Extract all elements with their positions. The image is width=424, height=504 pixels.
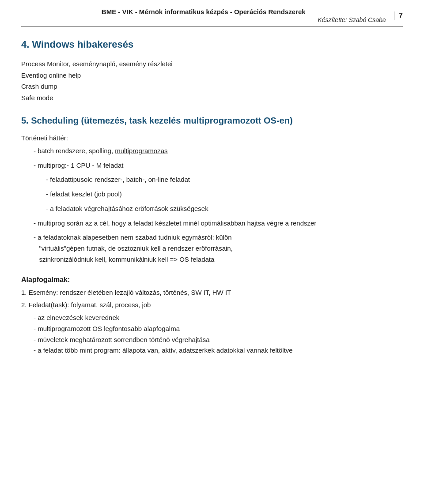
header-subtitle: Készítette: Szabó Csaba [21,16,386,23]
torteneti-item-0: - batch rendszere, spolling, multiprogra… [21,146,403,157]
alapfogalmak-item-2: 2. Feladat(task): folyamat, szál, proces… [21,300,403,311]
torteneti-item-2: - feladattipusok: rendszer-, batch-, on-… [21,174,403,185]
section4-list: Process Monitor, eseménynapló, esemény r… [21,58,403,103]
torteneti-text-2: - feladattipusok: rendszer-, batch-, on-… [46,174,403,185]
subitem1-text: - multiprogramozott OS legfontosabb alap… [34,323,403,335]
list-item-1: Process Monitor, eseménynapló, esemény r… [21,58,403,70]
item1-number: 1. [21,289,27,296]
subitem0-text: - az elnevezések keverednek [34,312,403,323]
page: BME - VIK - Mérnök informatikus kézpés -… [0,0,424,504]
item2-text: Feladat(task): folyamat, szál, process, … [29,301,151,308]
torteneti-text-4: - a feladatok végrehajtásához eröforráso… [46,203,403,214]
section4: 4. Windows hibakeresés Process Monitor, … [21,39,403,103]
section4-title: 4. Windows hibakeresés [21,39,403,50]
torteneti-text-5: - multiprog során az a cél, hogy a felad… [34,218,403,229]
header-title: BME - VIK - Mérnök informatikus kézpés -… [102,8,306,15]
subitem2-text: - müveletek meghatározott sorrendben tör… [34,335,403,346]
list-item-3: Crash dump [21,81,403,92]
section5-title: 5. Scheduling (ütemezés, task kezelés mu… [21,116,403,126]
item1-text: Esemény: rendszer életében lezajló válto… [29,289,231,296]
alapfogalmak-section: Alapfogalmak: 1. Esemény: rendszer életé… [21,276,403,357]
section5: 5. Scheduling (ütemezés, task kezelés mu… [21,116,403,265]
list-item-4: Safe mode [21,92,403,104]
torteneti-item-1: - multiprog:- 1 CPU - M feladat [21,160,403,171]
item2-number: 2. [21,301,27,308]
torteneti-text-1: - multiprog:- 1 CPU - M feladat [34,160,403,171]
torteneti-hatter-block: Történeti háttér: - batch rendszere, spo… [21,133,403,265]
alapfogalmak-item-1: 1. Esemény: rendszer életében lezajló vá… [21,287,403,298]
page-number: 7 [394,11,403,20]
torteneti-item-6: - a feladatoknak alapesetben nem szabad … [21,232,403,265]
list-item-2: Eventlog online help [21,70,403,81]
torteneti-label: Történeti háttér: [21,133,403,144]
alapfogalmak-title: Alapfogalmak: [21,276,403,284]
torteneti-text-6: - a feladatoknak alapesetben nem szabad … [34,232,403,265]
item2-subitem-3: - a feladat több mint program: állapota … [21,345,403,356]
subitem3-text: - a feladat több mint program: állapota … [34,345,403,356]
torteneti-text-0: - batch rendszere, spolling, multiprogra… [34,147,167,154]
item2-subitem-1: - multiprogramozott OS legfontosabb alap… [21,323,403,335]
torteneti-text-3: - feladat keszlet (job pool) [46,189,403,200]
item2-subitem-2: - müveletek meghatározott sorrendben tör… [21,335,403,346]
torteneti-item-4: - a feladatok végrehajtásához eröforráso… [21,203,403,214]
torteneti-item-3: - feladat keszlet (job pool) [21,189,403,200]
page-header: BME - VIK - Mérnök informatikus kézpés -… [21,8,403,26]
item2-subitem-0: - az elnevezések keverednek [21,312,403,323]
torteneti-item-5: - multiprog során az a cél, hogy a felad… [21,218,403,229]
